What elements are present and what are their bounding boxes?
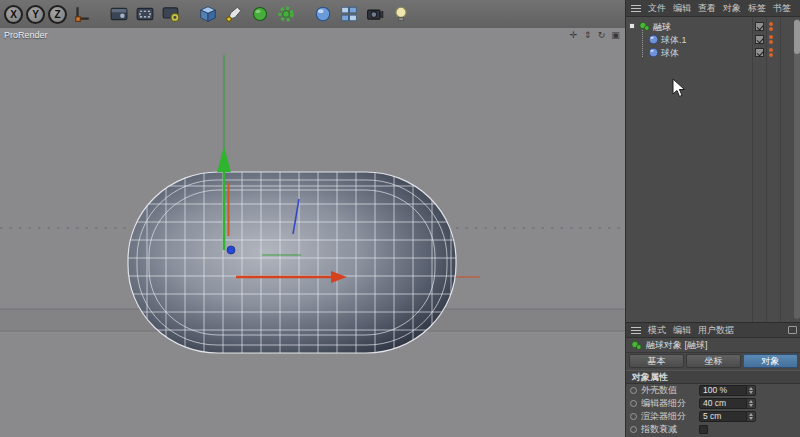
metaball-icon <box>639 21 650 32</box>
attribute-manager-menubar: 模式 编辑 用户数据 <box>626 323 800 338</box>
attribute-title-row: 融球对象 [融球] <box>626 338 800 353</box>
stepper-arrows[interactable] <box>747 385 756 396</box>
enabled-check-icon[interactable] <box>755 35 764 44</box>
scene-canvas[interactable] <box>0 28 625 437</box>
om-menu-bookmarks[interactable]: 书签 <box>773 2 791 15</box>
sphere-icon <box>648 34 659 45</box>
attribute-manager: 模式 编辑 用户数据 融球对象 [融球] 基本 坐标 对象 对象属性 外壳数值 … <box>626 322 800 437</box>
top-toolbar: X Y Z <box>0 0 625 28</box>
axis-x-button[interactable]: X <box>4 5 23 24</box>
enabled-check-icon[interactable] <box>755 48 764 57</box>
pan-icon[interactable]: ✛ <box>568 30 579 40</box>
rotate-icon[interactable]: ↻ <box>596 30 607 40</box>
generator-icon[interactable] <box>248 2 271 26</box>
prop-label: 外壳数值 <box>641 384 699 397</box>
object-manager-tree: 融球 球体.1 球体 <box>626 17 800 322</box>
render-view-icon[interactable] <box>107 2 130 26</box>
column-separator <box>780 17 781 322</box>
om-menu-edit[interactable]: 编辑 <box>673 2 691 15</box>
keyframe-circle-icon[interactable] <box>630 387 637 394</box>
prop-row-exponential-falloff: 指数衰减 <box>626 423 800 436</box>
deformer-icon[interactable] <box>274 2 297 26</box>
prop-label: 渲染器细分 <box>641 410 699 423</box>
panel-menu-icon[interactable] <box>631 5 641 12</box>
keyframe-circle-icon[interactable] <box>630 400 637 407</box>
toggle-view-icon[interactable]: ▣ <box>610 30 621 40</box>
axis-y-button[interactable]: Y <box>26 5 45 24</box>
om-menu-tags[interactable]: 标签 <box>748 2 766 15</box>
tab-coordinates[interactable]: 坐标 <box>686 354 741 368</box>
metaball-mesh[interactable] <box>124 168 460 358</box>
visibility-dots-icon[interactable] <box>769 21 773 32</box>
keyframe-circle-icon[interactable] <box>630 426 637 433</box>
tab-object[interactable]: 对象 <box>743 354 798 368</box>
column-separator <box>752 17 753 322</box>
am-menu-edit[interactable]: 编辑 <box>673 324 691 337</box>
am-menu-userdata[interactable]: 用户数据 <box>698 324 734 337</box>
app-window: X Y Z <box>0 0 800 437</box>
axis-z-button[interactable]: Z <box>48 5 67 24</box>
om-menu-file[interactable]: 文件 <box>648 2 666 15</box>
tree-scrollbar[interactable] <box>794 19 800 319</box>
hull-value-field[interactable]: 100 % <box>699 385 747 396</box>
tree-scrollbar-thumb[interactable] <box>794 20 800 54</box>
primitive-cube-icon[interactable] <box>196 2 219 26</box>
renderer-label: ProRender <box>4 30 48 40</box>
light-icon[interactable] <box>389 2 412 26</box>
tab-basic[interactable]: 基本 <box>629 354 684 368</box>
tree-row-metaball[interactable]: 融球 <box>626 20 791 33</box>
prop-row-editor-subdivision: 编辑器细分 40 cm <box>626 397 800 410</box>
axis-z-label: Z <box>54 9 60 20</box>
pen-tool-icon[interactable] <box>222 2 245 26</box>
panel-options-icon[interactable] <box>788 326 797 334</box>
tree-row-sphere-1[interactable]: 球体.1 <box>626 33 791 46</box>
dolly-icon[interactable]: ⇕ <box>582 30 593 40</box>
right-panel: 文件 编辑 查看 对象 标签 书签 融球 球体.1 <box>625 0 800 437</box>
render-region-icon[interactable] <box>133 2 156 26</box>
panel-menu-icon[interactable] <box>631 327 641 334</box>
visibility-dots-icon[interactable] <box>769 34 773 45</box>
stepper-arrows[interactable] <box>747 398 756 409</box>
render-subdivision-field[interactable]: 5 cm <box>699 411 747 422</box>
attribute-tabs: 基本 坐标 对象 <box>626 353 800 370</box>
move-gizmo-center-handle[interactable] <box>227 246 235 254</box>
tree-label[interactable]: 球体 <box>661 47 679 60</box>
sphere-icon <box>648 47 659 58</box>
layer-color-box[interactable] <box>629 23 635 29</box>
metaball-icon <box>631 340 642 351</box>
stepper-arrows[interactable] <box>747 411 756 422</box>
camera-icon[interactable] <box>363 2 386 26</box>
editor-subdivision-field[interactable]: 40 cm <box>699 398 747 409</box>
enabled-check-icon[interactable] <box>755 22 764 31</box>
object-manager-menubar: 文件 编辑 查看 对象 标签 书签 <box>626 0 800 17</box>
section-object-properties[interactable]: 对象属性 <box>626 370 800 384</box>
exponential-falloff-checkbox[interactable] <box>699 425 708 434</box>
om-menu-view[interactable]: 查看 <box>698 2 716 15</box>
tree-row-sphere[interactable]: 球体 <box>626 46 791 59</box>
viewport-3d[interactable]: ProRender ✛ ⇕ ↻ ▣ <box>0 28 625 437</box>
axis-y-label: Y <box>32 9 39 20</box>
viewport-controls: ✛ ⇕ ↻ ▣ <box>568 30 621 40</box>
am-menu-mode[interactable]: 模式 <box>648 324 666 337</box>
prop-label: 编辑器细分 <box>641 397 699 410</box>
prop-label: 指数衰减 <box>641 423 699 436</box>
column-separator <box>766 17 767 322</box>
render-settings-icon[interactable] <box>159 2 182 26</box>
keyframe-circle-icon[interactable] <box>630 413 637 420</box>
workplane-axis-icon[interactable] <box>70 2 93 26</box>
om-menu-object[interactable]: 对象 <box>723 2 741 15</box>
prop-row-render-subdivision: 渲染器细分 5 cm <box>626 410 800 423</box>
axis-x-label: X <box>10 9 17 20</box>
object-title: 融球对象 [融球] <box>646 339 708 352</box>
volume-sphere-icon[interactable] <box>311 2 334 26</box>
visibility-dots-icon[interactable] <box>769 47 773 58</box>
prop-row-hull-value: 外壳数值 100 % <box>626 384 800 397</box>
array-icon[interactable] <box>337 2 360 26</box>
